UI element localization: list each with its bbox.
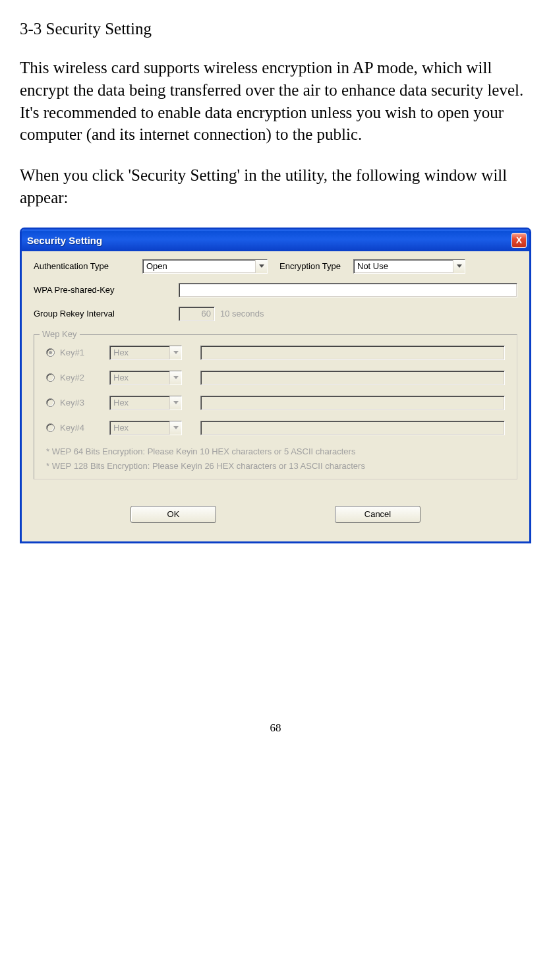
- dropdown-button[interactable]: [453, 260, 465, 273]
- wep-key4-radio: [46, 423, 55, 432]
- section-heading: 3-3 Security Setting: [20, 20, 531, 38]
- wep-key4-label: Key#4: [60, 423, 109, 433]
- dropdown-button: [169, 421, 181, 435]
- wep-key3-input: [200, 396, 505, 410]
- wep-key3-radio: [46, 398, 55, 407]
- wep-key4-format: Hex: [110, 421, 169, 435]
- close-icon: X: [516, 235, 522, 245]
- wep-key3-format-select: Hex: [109, 396, 182, 410]
- wep-key1-radio: [46, 348, 55, 357]
- paragraph-intro: This wireless card supports wireless enc…: [20, 57, 531, 146]
- ok-button[interactable]: OK: [130, 506, 216, 523]
- paragraph-lead-in: When you click 'Security Setting' in the…: [20, 164, 531, 209]
- wep-key4-input: [200, 421, 505, 435]
- auth-type-select[interactable]: Open: [142, 259, 268, 274]
- wep-key-row: Key#4 Hex: [46, 421, 505, 435]
- encryption-type-label: Encryption Type: [268, 261, 353, 271]
- chevron-down-icon: [457, 264, 462, 268]
- wep-key-legend: Wep Key: [40, 329, 80, 339]
- page-number: 68: [20, 721, 531, 748]
- window-body: Authentication Type Open Encryption Type…: [22, 251, 529, 541]
- wep-key1-label: Key#1: [60, 348, 109, 357]
- wep-key2-label: Key#2: [60, 373, 109, 383]
- dropdown-button: [169, 346, 181, 359]
- dropdown-button: [169, 371, 181, 384]
- chevron-down-icon: [173, 376, 179, 379]
- wep-key-row: Key#2 Hex: [46, 371, 505, 385]
- auth-type-label: Authentication Type: [34, 261, 142, 271]
- dropdown-button[interactable]: [255, 260, 267, 273]
- wep-key-row: Key#3 Hex: [46, 396, 505, 410]
- wep-key2-format-select: Hex: [109, 371, 182, 385]
- security-setting-window: Security Setting X Authentication Type O…: [20, 228, 531, 543]
- auth-type-value: Open: [143, 260, 255, 273]
- wep-key3-label: Key#3: [60, 398, 109, 408]
- wep-key1-format: Hex: [110, 346, 169, 359]
- wep-key4-format-select: Hex: [109, 421, 182, 435]
- chevron-down-icon: [173, 401, 179, 404]
- group-rekey-unit: 10 seconds: [220, 309, 264, 319]
- window-titlebar: Security Setting X: [22, 230, 529, 251]
- encryption-type-select[interactable]: Not Use: [353, 259, 465, 274]
- dropdown-button: [169, 396, 181, 410]
- wep-key-row: Key#1 Hex: [46, 346, 505, 360]
- wpa-psk-label: WPA Pre-shared-Key: [34, 285, 179, 295]
- encryption-type-value: Not Use: [354, 260, 453, 273]
- chevron-down-icon: [259, 264, 264, 268]
- wep-hint-64: * WEP 64 Bits Encryption: Please Keyin 1…: [46, 446, 505, 458]
- wep-key2-input: [200, 371, 505, 385]
- group-rekey-label: Group Rekey Interval: [34, 309, 179, 319]
- wep-hint-128: * WEP 128 Bits Encryption: Please Keyin …: [46, 460, 505, 472]
- group-rekey-input: 60: [179, 307, 215, 321]
- wep-key1-input: [200, 346, 505, 360]
- window-title: Security Setting: [27, 235, 102, 246]
- wep-key2-format: Hex: [110, 371, 169, 384]
- wep-key2-radio: [46, 373, 55, 382]
- chevron-down-icon: [173, 426, 179, 429]
- wep-key1-format-select: Hex: [109, 346, 182, 360]
- close-button[interactable]: X: [511, 233, 527, 248]
- chevron-down-icon: [173, 351, 179, 354]
- wep-key-fieldset: Wep Key Key#1 Hex Key#2 Hex: [34, 334, 517, 479]
- wep-key3-format: Hex: [110, 396, 169, 410]
- radio-dot-icon: [49, 351, 52, 354]
- wpa-psk-input[interactable]: [179, 283, 517, 297]
- cancel-button[interactable]: Cancel: [335, 506, 420, 523]
